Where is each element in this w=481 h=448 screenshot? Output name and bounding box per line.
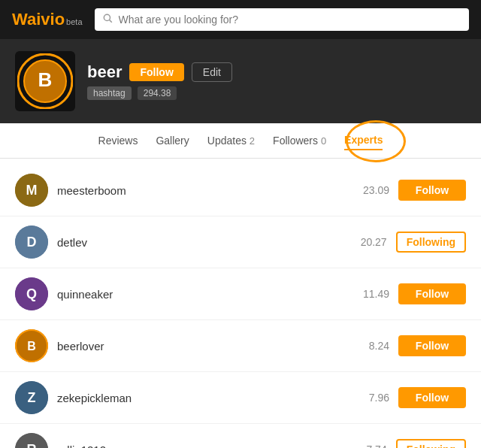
- expert-follow-button-meesterboom[interactable]: Follow: [398, 180, 466, 201]
- expert-avatar-meesterboom: M: [15, 174, 48, 207]
- expert-name-meesterboom: meesterboom: [57, 184, 350, 197]
- expert-follow-button-quinneaker[interactable]: Follow: [398, 283, 466, 304]
- expert-avatar-zekepickleman: Z: [15, 381, 48, 414]
- svg-text:D: D: [27, 235, 37, 250]
- profile-avatar: B: [15, 51, 75, 111]
- expert-score-meesterboom: 23.09: [359, 184, 389, 196]
- expert-name-beerlover: beerlover: [57, 340, 350, 353]
- logo[interactable]: Waivio beta: [12, 10, 83, 29]
- expert-score-detlev: 20.27: [357, 236, 387, 248]
- tab-experts[interactable]: Experts: [344, 131, 383, 150]
- logo-text: Waivio: [12, 10, 65, 29]
- expert-follow-button-detlev[interactable]: Following: [396, 232, 466, 253]
- svg-text:B: B: [27, 340, 36, 353]
- svg-text:B: B: [38, 68, 53, 91]
- svg-point-0: [104, 14, 110, 20]
- expert-score-beerlover: 8.24: [359, 340, 389, 352]
- expert-name-rollie1212: rollie1212: [57, 443, 348, 449]
- expert-name-quinneaker: quinneaker: [57, 288, 350, 301]
- expert-row: Bbeerlover8.24Follow: [0, 320, 481, 372]
- svg-text:R: R: [27, 442, 37, 448]
- tab-gallery[interactable]: Gallery: [156, 132, 189, 150]
- expert-score-quinneaker: 11.49: [359, 288, 389, 300]
- profile-edit-button[interactable]: Edit: [192, 62, 232, 82]
- profile-name: beer: [87, 62, 122, 82]
- expert-avatar-beerlover: B: [15, 329, 48, 362]
- tab-reviews[interactable]: Reviews: [98, 132, 138, 150]
- expert-follow-button-beerlover[interactable]: Follow: [398, 335, 466, 356]
- svg-text:M: M: [26, 183, 38, 198]
- expert-avatar-quinneaker: Q: [15, 277, 48, 310]
- profile-info: beer Follow Edit hashtag 294.38: [87, 62, 232, 100]
- expert-follow-button-rollie1212[interactable]: Following: [396, 439, 466, 448]
- logo-beta: beta: [66, 17, 82, 26]
- expert-score-zekepickleman: 7.96: [359, 392, 389, 404]
- profile-name-row: beer Follow Edit: [87, 62, 232, 82]
- top-navigation: Waivio beta: [0, 0, 481, 39]
- profile-tags: hashtag 294.38: [87, 86, 232, 100]
- search-input[interactable]: [119, 14, 461, 26]
- hashtag-tag: hashtag: [87, 86, 132, 100]
- search-bar: [95, 8, 469, 31]
- beer-logo-icon: B: [17, 53, 73, 109]
- expert-follow-button-zekepickleman[interactable]: Follow: [398, 387, 466, 408]
- expert-name-zekepickleman: zekepickleman: [57, 392, 350, 404]
- expert-row: Rrollie12127.74Following: [0, 424, 481, 448]
- expert-score-rollie1212: 7.74: [357, 443, 387, 448]
- expert-row: Ddetlev20.27Following: [0, 216, 481, 268]
- expert-row: Qquinneaker11.49Follow: [0, 268, 481, 320]
- svg-line-1: [109, 20, 111, 23]
- tab-navigation: Reviews Gallery Updates 2 Followers 0 Ex…: [0, 123, 481, 159]
- tab-followers[interactable]: Followers 0: [273, 132, 326, 150]
- profile-follow-button[interactable]: Follow: [129, 63, 183, 81]
- expert-row: Zzekepickleman7.96Follow: [0, 372, 481, 424]
- profile-header: B beer Follow Edit hashtag 294.38: [0, 39, 481, 123]
- tab-updates[interactable]: Updates 2: [207, 132, 255, 150]
- svg-text:Z: Z: [28, 390, 36, 405]
- expert-avatar-rollie1212: R: [15, 433, 48, 448]
- expert-row: Mmeesterboom23.09Follow: [0, 165, 481, 216]
- expert-avatar-detlev: D: [15, 226, 48, 259]
- profile-value: 294.38: [138, 86, 177, 100]
- search-icon: [102, 13, 113, 26]
- experts-list: Mmeesterboom23.09FollowDdetlev20.27Follo…: [0, 159, 481, 448]
- expert-name-detlev: detlev: [57, 236, 348, 249]
- svg-text:Q: Q: [26, 286, 37, 301]
